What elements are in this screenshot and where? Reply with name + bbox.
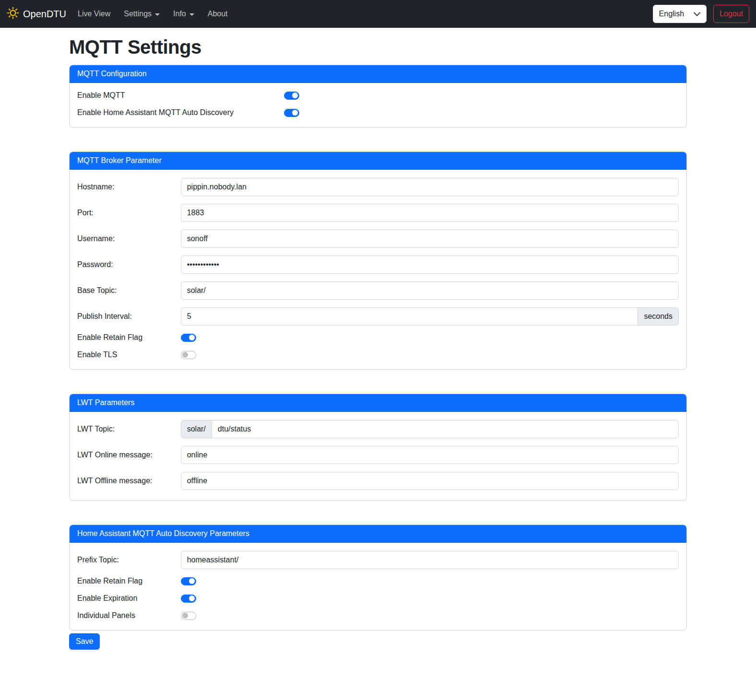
enable-tls-toggle[interactable]	[181, 351, 196, 359]
enable-mqtt-label: Enable MQTT	[77, 91, 284, 100]
row-prefix-topic: Prefix Topic:	[77, 551, 679, 569]
row-password: Password:	[77, 256, 679, 274]
hass-expiration-toggle[interactable]	[181, 595, 196, 603]
navbar: OpenDTU Live View Settings Info About En…	[0, 0, 756, 28]
language-selected-value: English	[659, 10, 684, 18]
lwt-offline-input[interactable]	[181, 472, 679, 490]
brand-opendtu[interactable]: OpenDTU	[7, 7, 66, 22]
publish-interval-input[interactable]	[181, 307, 638, 326]
row-lwt-online: LWT Online message:	[77, 446, 679, 464]
row-lwt-offline: LWT Offline message:	[77, 472, 679, 490]
row-enable-mqtt: Enable MQTT	[77, 91, 679, 100]
hass-expiration-label: Enable Expiration	[77, 594, 181, 603]
nav-links: Live View Settings Info About	[71, 6, 235, 22]
row-enable-retain: Enable Retain Flag	[77, 333, 679, 342]
row-enable-hass-discovery: Enable Home Assistant MQTT Auto Discover…	[77, 108, 679, 117]
enable-hass-discovery-label: Enable Home Assistant MQTT Auto Discover…	[77, 108, 284, 117]
lwt-topic-prefix: solar/	[181, 420, 212, 438]
port-input[interactable]	[181, 204, 679, 222]
publish-interval-unit: seconds	[638, 307, 679, 326]
enable-mqtt-toggle[interactable]	[284, 92, 299, 100]
chevron-down-icon	[694, 12, 700, 16]
row-hass-expiration: Enable Expiration	[77, 594, 679, 603]
nav-item-label: Settings	[124, 10, 152, 18]
nav-item-label: Live View	[78, 10, 110, 18]
row-base-topic: Base Topic:	[77, 281, 679, 300]
username-label: Username:	[77, 234, 181, 243]
card-hass-discovery-parameters: Home Assistant MQTT Auto Discovery Param…	[69, 525, 687, 630]
card-header-mqtt-broker-parameter: MQTT Broker Parameter	[70, 152, 686, 170]
password-input[interactable]	[181, 256, 679, 274]
hass-retain-label: Enable Retain Flag	[77, 577, 181, 585]
language-select[interactable]: English	[653, 5, 707, 23]
card-header-hass-discovery: Home Assistant MQTT Auto Discovery Param…	[70, 525, 686, 543]
page-title: MQTT Settings	[69, 36, 687, 58]
lwt-offline-label: LWT Offline message:	[77, 477, 181, 485]
lwt-online-label: LWT Online message:	[77, 451, 181, 459]
row-hostname: Hostname:	[77, 178, 679, 196]
nav-item-label: Info	[173, 10, 186, 18]
main-content: MQTT Settings MQTT Configuration Enable …	[61, 36, 695, 663]
prefix-topic-label: Prefix Topic:	[77, 556, 181, 564]
lwt-online-input[interactable]	[181, 446, 679, 464]
hostname-input[interactable]	[181, 178, 679, 196]
row-lwt-topic: LWT Topic: solar/	[77, 420, 679, 438]
nav-item-label: About	[208, 10, 228, 18]
card-header-mqtt-configuration: MQTT Configuration	[70, 65, 686, 83]
sun-icon	[7, 7, 19, 22]
enable-retain-label: Enable Retain Flag	[77, 333, 181, 342]
card-mqtt-broker-parameter: MQTT Broker Parameter Hostname: Port: Us…	[69, 152, 687, 370]
brand-label: OpenDTU	[23, 9, 66, 20]
row-publish-interval: Publish Interval: seconds	[77, 307, 679, 326]
row-hass-retain: Enable Retain Flag	[77, 577, 679, 585]
nav-item-live-view[interactable]: Live View	[71, 6, 117, 22]
enable-tls-label: Enable TLS	[77, 350, 181, 359]
individual-panels-label: Individual Panels	[77, 611, 181, 620]
card-lwt-parameters: LWT Parameters LWT Topic: solar/ LWT Onl…	[69, 394, 687, 501]
caret-down-icon	[189, 13, 194, 16]
row-individual-panels: Individual Panels	[77, 611, 679, 620]
username-input[interactable]	[181, 230, 679, 248]
individual-panels-toggle[interactable]	[181, 612, 196, 620]
row-port: Port:	[77, 204, 679, 222]
card-header-lwt-parameters: LWT Parameters	[70, 394, 686, 412]
hass-retain-toggle[interactable]	[181, 577, 196, 585]
save-button[interactable]: Save	[69, 633, 100, 650]
hostname-label: Hostname:	[77, 183, 181, 191]
password-label: Password:	[77, 260, 181, 269]
nav-item-about[interactable]: About	[201, 6, 235, 22]
lwt-topic-input[interactable]	[212, 420, 679, 438]
card-mqtt-configuration: MQTT Configuration Enable MQTT Enable Ho…	[69, 65, 687, 128]
publish-interval-label: Publish Interval:	[77, 312, 181, 321]
prefix-topic-input[interactable]	[181, 551, 679, 569]
nav-item-info[interactable]: Info	[166, 6, 201, 22]
logout-button[interactable]: Logout	[713, 5, 749, 23]
caret-down-icon	[155, 13, 160, 16]
lwt-topic-label: LWT Topic:	[77, 425, 181, 433]
enable-retain-toggle[interactable]	[181, 334, 196, 342]
base-topic-input[interactable]	[181, 281, 679, 300]
port-label: Port:	[77, 209, 181, 217]
enable-hass-discovery-toggle[interactable]	[284, 109, 299, 117]
nav-item-settings[interactable]: Settings	[117, 6, 166, 22]
row-username: Username:	[77, 230, 679, 248]
row-enable-tls: Enable TLS	[77, 350, 679, 359]
base-topic-label: Base Topic:	[77, 286, 181, 295]
